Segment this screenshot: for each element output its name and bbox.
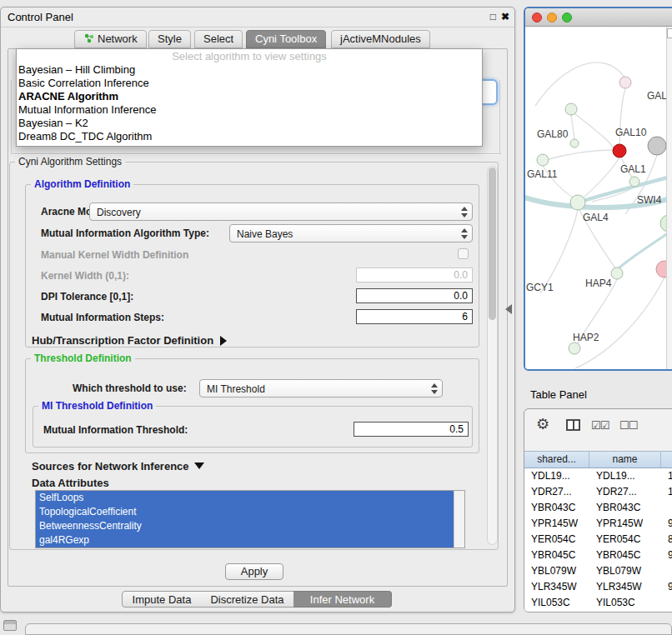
algorithm-definition-group: Algorithm Definition Aracne Mode: Discov… [25, 184, 479, 348]
table-row[interactable]: YLR345W YLR345W 9. [524, 579, 672, 595]
network-edge [571, 115, 574, 139]
table-row[interactable]: YDR27... YDR27... 12 [524, 484, 672, 500]
network-node[interactable] [570, 139, 579, 148]
which-threshold-select[interactable]: MI Threshold [199, 379, 443, 398]
table-row[interactable]: YIL053C YIL053C [524, 595, 672, 611]
table-row[interactable]: YBR043C YBR043C [524, 500, 672, 516]
background-window-edge[interactable] [25, 623, 672, 635]
node-label: SWI4 [637, 194, 661, 206]
list-item-selected[interactable]: SelfLoops [36, 491, 454, 505]
network-node[interactable] [569, 342, 580, 354]
list-item-selected[interactable]: TopologicalCoefficient [36, 505, 454, 519]
table-cell: 13 [661, 468, 672, 484]
kernel-width-label: Kernel Width (0,1): [41, 270, 129, 282]
table-cell: YPR145W [524, 516, 589, 532]
table-cell [661, 595, 672, 611]
settings-scrollbar[interactable] [487, 166, 498, 545]
section-label: Sources for Network Inference [32, 460, 189, 472]
dropdown-item[interactable]: Basic Correlation Inference [17, 77, 482, 90]
column-header[interactable]: name [589, 452, 661, 468]
dropdown-item[interactable]: Bayesian – Hill Climbing [17, 63, 482, 77]
cyni-algorithm-settings-group: Cyni Algorithm Settings Algorithm Defini… [9, 162, 499, 550]
dropdown-item[interactable]: Bayesian – K2 [17, 117, 482, 130]
network-node[interactable] [565, 103, 577, 115]
table-cell: YDL19... [524, 468, 589, 484]
network-node[interactable] [611, 268, 623, 279]
hidden-groupbox-edge [11, 80, 12, 153]
group-title: Algorithm Definition [31, 178, 133, 190]
scrollbar-button[interactable] [667, 28, 672, 38]
bottom-tab-infer-network[interactable]: Infer Network [293, 591, 392, 608]
list-item-selected[interactable]: gal4RGexp [36, 533, 454, 548]
scrollbar-thumb[interactable] [489, 168, 496, 320]
dropdown-item[interactable]: Mutual Information Inference [17, 103, 482, 117]
network-edge [575, 278, 664, 368]
dropdown-item-highlighted[interactable]: ARACNE Algorithm [17, 90, 482, 103]
control-panel-titlebar[interactable]: Control Panel □ ✖ [1, 8, 514, 28]
float-window-icon[interactable]: □ [490, 11, 496, 22]
table-row[interactable]: YBR045C YBR045C 9. [524, 548, 672, 563]
table-row[interactable]: YPR145W YPR145W 9. [524, 516, 672, 532]
manual-kernel-width-checkbox [458, 248, 469, 259]
close-traffic-light[interactable] [532, 12, 542, 22]
dpi-tolerance-label: DPI Tolerance [0,1]: [41, 291, 133, 302]
table-cell: 8. [661, 532, 672, 548]
mi-algorithm-type-select[interactable]: Naive Bayes [229, 224, 473, 242]
network-node[interactable] [619, 77, 631, 88]
node-label: HAP4 [585, 278, 611, 289]
network-node[interactable] [570, 195, 585, 210]
table-cell: YLR345W [589, 579, 661, 595]
apply-button[interactable]: Apply [225, 563, 283, 580]
tab-style[interactable]: Style [148, 30, 191, 48]
sources-for-network-inference-section[interactable]: Sources for Network Inference [32, 460, 204, 472]
dpi-tolerance-field[interactable] [356, 288, 473, 303]
network-scrollbar[interactable] [666, 27, 672, 369]
network-node[interactable] [537, 154, 549, 166]
combo-arrows-icon [431, 383, 438, 394]
list-item-selected[interactable]: BetweennessCentrality [36, 519, 454, 533]
tab-network[interactable]: Network [74, 30, 147, 48]
mi-threshold-field[interactable] [354, 422, 469, 437]
table-cell: YBR043C [589, 500, 661, 516]
column-header[interactable] [661, 452, 672, 468]
table-row[interactable]: YDL19... YDL19... 13 [524, 468, 672, 484]
tab-label: Cyni Toolbox [255, 32, 317, 45]
gear-icon[interactable]: ⚙ [536, 415, 549, 433]
close-window-icon[interactable]: ✖ [501, 11, 509, 22]
table-panel-title: Table Panel [530, 388, 587, 401]
network-canvas[interactable]: GAL GAL80 GAL10 GAL11 GAL1 SWI4 GAL4 GCY… [525, 27, 672, 369]
aracne-mode-select[interactable]: Discovery [89, 202, 473, 221]
tab-cyni-toolbox[interactable]: Cyni Toolbox [246, 30, 326, 48]
table-cell: YDR27... [589, 484, 661, 500]
tab-select[interactable]: Select [194, 30, 243, 48]
network-node-red[interactable] [613, 144, 626, 158]
list-scrollbar[interactable] [454, 491, 464, 548]
network-edge [545, 150, 613, 160]
data-attributes-list: SelfLoops TopologicalCoefficient Between… [35, 490, 465, 548]
dropdown-item[interactable]: Dream8 DC_TDC Algorithm [17, 130, 482, 143]
tab-jactivemnodules[interactable]: jActiveMNodules [331, 30, 430, 48]
bottom-tab-impute-data[interactable]: Impute Data [122, 591, 202, 608]
splitter-collapse-arrow[interactable] [505, 304, 512, 314]
bottom-tab-discretize-data[interactable]: Discretize Data [201, 591, 294, 608]
network-edge [574, 112, 614, 148]
network-window-titlebar[interactable] [525, 8, 672, 27]
mi-steps-field[interactable] [356, 309, 473, 324]
network-node[interactable] [629, 177, 639, 187]
deselect-all-icon[interactable]: ☐☐ [619, 419, 637, 432]
table-row[interactable]: YER054C YER054C 8. [524, 532, 672, 548]
table-body: YDL19... YDL19... 13 YDR27... YDR27... 1… [524, 468, 672, 612]
minimized-window-icon[interactable] [3, 620, 17, 631]
select-all-icon[interactable]: ☑☑ [591, 419, 609, 432]
zoom-traffic-light[interactable] [562, 12, 572, 22]
column-header[interactable]: shared... [524, 452, 589, 468]
control-panel-window: Control Panel □ ✖ Network Style Select C… [0, 7, 515, 612]
table-cell: YPR145W [589, 516, 661, 532]
network-edge [540, 210, 578, 293]
columns-icon[interactable] [566, 419, 580, 431]
minimize-traffic-light[interactable] [547, 12, 557, 22]
network-node-gray[interactable] [648, 137, 666, 155]
table-row[interactable]: YBL079W YBL079W [524, 563, 672, 579]
hub-transcription-factor-section[interactable]: Hub/Transcription Factor Definition [32, 334, 227, 347]
selected-value: Discovery [97, 207, 141, 218]
